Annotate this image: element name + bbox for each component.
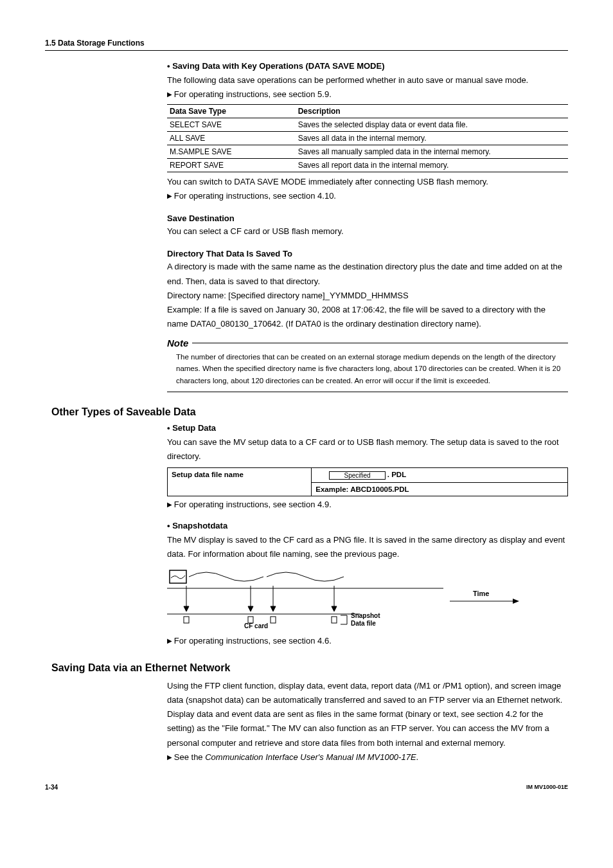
svg-marker-20	[513, 599, 519, 604]
page-number: 1-34	[45, 784, 58, 791]
ref-5-9: For operating instructions, see section …	[167, 87, 568, 102]
setup-data-heading: Setup Data	[167, 423, 568, 433]
svg-rect-18	[332, 617, 337, 623]
ref-comm-manual: See the Communication Interface User's M…	[167, 750, 568, 764]
th-desc: Description	[296, 105, 568, 118]
ref-4-10: For operating instructions, see section …	[167, 189, 568, 203]
note-rule	[192, 343, 568, 343]
setup-data-body: You can save the MV setup data to a CF c…	[167, 435, 568, 464]
save-dest-heading: Save Destination	[167, 213, 568, 223]
directory-heading: Directory That Data Is Saved To	[167, 249, 568, 258]
setup-file-spec: Specified . PDL	[312, 468, 568, 482]
doc-id: IM MV1000-01E	[526, 784, 568, 791]
svg-marker-13	[332, 606, 337, 611]
page-footer: 1-34 IM MV1000-01E	[45, 784, 568, 791]
directory-p1: A directory is made with the same name a…	[167, 260, 568, 288]
setup-file-label: Setup data file name	[168, 468, 312, 496]
save-dest-body: You can select a CF card or USB flash me…	[167, 224, 568, 239]
setup-file-example: Example: ABCD10005.PDL	[312, 482, 568, 496]
save-mode-intro: The following data save operations can b…	[167, 73, 568, 87]
note-body: The number of directories that can be cr…	[167, 348, 568, 392]
table-row: SELECT SAVESaves the selected display da…	[167, 118, 568, 132]
snapshot-heading: Snapshotdata	[167, 521, 568, 530]
note-label: Note	[167, 338, 188, 348]
svg-rect-15	[184, 617, 189, 623]
table-row: REPORT SAVESaves all report data in the …	[167, 159, 568, 172]
svg-marker-7	[184, 606, 189, 611]
note-heading: Note	[167, 338, 568, 348]
section-header: 1.5 Data Storage Functions	[45, 39, 568, 51]
ethernet-heading: Saving Data via an Ethernet Network	[51, 662, 568, 674]
table-row: M.SAMPLE SAVESaves all manually sampled …	[167, 145, 568, 159]
ref-4-6: For operating instructions, see section …	[167, 634, 568, 648]
save-mode-heading: Saving Data with Key Operations (DATA SA…	[167, 61, 568, 71]
pdl-ext: . PDL	[387, 471, 406, 478]
snapshot-diagram: Time CF card Snapshot Data file	[167, 569, 568, 633]
setup-file-table: Setup data file name Specified . PDL Exa…	[167, 467, 568, 496]
table-row: ALL SAVESaves all data in the internal m…	[167, 132, 568, 145]
time-label: Time	[473, 590, 489, 597]
ethernet-body: Using the FTP client function, display d…	[167, 679, 568, 750]
usb-note: You can switch to DATA SAVE MODE immedia…	[167, 175, 568, 189]
directory-p2: Directory name: [Specified directory nam…	[167, 289, 568, 303]
svg-marker-9	[248, 606, 253, 611]
ref-4-9: For operating instructions, see section …	[167, 498, 568, 512]
cfcard-label: CF card	[244, 622, 268, 629]
th-type: Data Save Type	[167, 105, 296, 118]
svg-rect-17	[271, 617, 276, 623]
data-save-table: Data Save Type Description SELECT SAVESa…	[167, 104, 568, 172]
other-types-heading: Other Types of Saveable Data	[51, 406, 568, 418]
svg-marker-11	[271, 606, 276, 611]
datafile-label: Data file	[351, 620, 376, 627]
snapshot-body: The MV display is saved to the CF card a…	[167, 533, 568, 561]
directory-p3: Example: If a file is saved on January 3…	[167, 303, 568, 331]
snapshot-label: Snapshot	[351, 612, 380, 619]
specified-box: Specified	[329, 471, 385, 480]
